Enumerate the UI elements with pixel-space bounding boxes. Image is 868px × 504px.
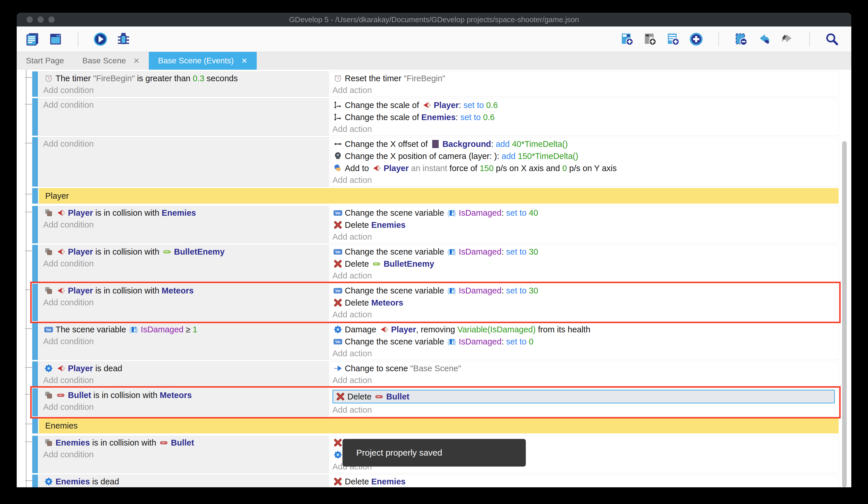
event-action[interactable]: Delete Meteors: [332, 296, 836, 309]
conditions-column[interactable]: Player is in collision with BulletEnemyA…: [39, 245, 329, 282]
event-action[interactable]: VarChange the scene variable {}IsDamaged…: [332, 335, 836, 347]
event-action[interactable]: Delete Enemies: [332, 219, 836, 231]
add-condition-button[interactable]: Add condition: [43, 374, 326, 386]
event-condition[interactable]: Player is in collision with Meteors: [43, 284, 326, 296]
add-condition-button[interactable]: Add condition: [43, 449, 326, 460]
add-condition-button[interactable]: Add condition: [43, 99, 326, 111]
conditions-column[interactable]: Add condition: [39, 137, 329, 187]
conditions-column[interactable]: Enemies is deadAdd condition: [39, 475, 329, 487]
conditions-column[interactable]: Player is in collision with MeteorsAdd c…: [39, 284, 329, 321]
add-subevent-icon[interactable]: [665, 31, 681, 47]
event-action[interactable]: Reset the timer "FireBegin": [332, 72, 836, 84]
add-action-button[interactable]: Add action: [332, 231, 836, 242]
tab-start-page[interactable]: Start Page: [17, 52, 73, 70]
event-condition[interactable]: Enemies is in collision with Bullet: [43, 437, 326, 449]
event-action[interactable]: Change the X offset of Background: add 4…: [332, 138, 836, 150]
add-action-button[interactable]: Add action: [332, 174, 836, 186]
actions-column[interactable]: VarChange the scene variable {}IsDamaged…: [330, 284, 839, 321]
conditions-column[interactable]: Player is deadAdd condition: [39, 361, 329, 387]
event-row[interactable]: The timer "FireBegin" is greater than 0.…: [32, 71, 839, 97]
add-action-button[interactable]: Add action: [332, 270, 836, 281]
event-action[interactable]: Delete Bullet: [332, 390, 835, 403]
conditions-column[interactable]: The timer "FireBegin" is greater than 0.…: [39, 71, 329, 97]
tab-close-icon[interactable]: ✕: [241, 57, 248, 65]
event-action[interactable]: Change the scale of Player: set to 0.6: [332, 99, 836, 111]
add-comment-icon[interactable]: [642, 31, 658, 47]
actions-column[interactable]: Change to scene "Base Scene"Add action: [330, 361, 839, 387]
event-action[interactable]: Delete BulletEnemy: [332, 258, 836, 270]
redo-icon[interactable]: [779, 31, 795, 47]
event-row[interactable]: Add conditionChange the X offset of Back…: [32, 137, 839, 187]
scene-editor-window-icon[interactable]: [48, 31, 63, 47]
conditions-column[interactable]: Add condition: [39, 98, 329, 135]
section-header-row[interactable]: Player: [32, 188, 839, 204]
search-icon[interactable]: [824, 31, 840, 47]
event-condition[interactable]: Player is in collision with BulletEnemy: [43, 246, 326, 258]
project-manager-icon[interactable]: [25, 31, 40, 47]
event-row[interactable]: Player is in collision with BulletEnemyA…: [32, 245, 839, 282]
event-condition[interactable]: The timer "FireBegin" is greater than 0.…: [43, 72, 326, 84]
actions-column[interactable]: VarChange the scene variable {}IsDamaged…: [330, 245, 839, 282]
event-row[interactable]: Bullet is in collision with MeteorsAdd c…: [32, 388, 839, 416]
remove-event-icon[interactable]: [733, 31, 749, 47]
actions-column[interactable]: Delete BulletAdd action: [330, 388, 839, 416]
event-action[interactable]: VarChange the scene variable {}IsDamaged…: [332, 207, 836, 219]
event-action[interactable]: Delete Enemies: [332, 475, 836, 487]
event-action[interactable]: VarChange the scene variable {}IsDamaged…: [332, 284, 836, 296]
window-zoom-button[interactable]: [48, 17, 55, 23]
actions-column[interactable]: VarChange the scene variable {}IsDamaged…: [330, 206, 839, 243]
tab-close-icon[interactable]: ✕: [133, 57, 140, 65]
section-header-label[interactable]: Enemies: [39, 418, 839, 433]
event-row[interactable]: VarThe scene variable {}IsDamaged ≥ 1Add…: [32, 323, 839, 360]
tab-base-scene-events[interactable]: Base Scene (Events) ✕: [149, 52, 257, 70]
add-action-button[interactable]: Add action: [332, 347, 836, 359]
event-row[interactable]: Player is in collision with MeteorsAdd c…: [32, 284, 839, 321]
actions-column[interactable]: Reset the timer "FireBegin"Add action: [330, 71, 839, 97]
conditions-column[interactable]: Bullet is in collision with MeteorsAdd c…: [39, 388, 329, 416]
tab-base-scene[interactable]: Base Scene ✕: [73, 52, 149, 70]
section-header-row[interactable]: Enemies: [32, 418, 839, 433]
event-row[interactable]: Add conditionChange the scale of Player:…: [32, 98, 839, 135]
event-action[interactable]: Add to Player an instant force of 150 p/…: [332, 162, 836, 174]
actions-column[interactable]: Change the scale of Player: set to 0.6Ch…: [330, 98, 839, 135]
event-action[interactable]: Change to scene "Base Scene": [332, 362, 836, 374]
add-condition-button[interactable]: Add condition: [43, 401, 326, 413]
actions-column[interactable]: Damage Player, removing Variable(IsDamag…: [330, 323, 839, 360]
add-action-button[interactable]: Add action: [332, 123, 836, 135]
add-condition-button[interactable]: Add condition: [43, 219, 326, 230]
event-row[interactable]: Enemies is deadAdd conditionDelete Enemi…: [32, 475, 839, 487]
event-action[interactable]: Change the X position of camera (layer: …: [332, 150, 836, 162]
event-row[interactable]: Player is in collision with EnemiesAdd c…: [32, 206, 839, 243]
section-header-label[interactable]: Player: [39, 188, 839, 204]
play-icon[interactable]: [93, 31, 108, 47]
add-condition-button[interactable]: Add condition: [43, 258, 326, 269]
add-event-icon[interactable]: [619, 31, 635, 47]
add-condition-button[interactable]: Add condition: [43, 335, 326, 347]
add-circle-icon[interactable]: [689, 31, 704, 47]
add-action-button[interactable]: Add action: [332, 84, 836, 96]
add-condition-button[interactable]: Add condition: [43, 84, 326, 96]
actions-column[interactable]: Delete EnemiesAdd action: [330, 475, 839, 487]
event-condition[interactable]: Player is dead: [43, 362, 326, 374]
event-action[interactable]: Change the scale of Enemies: set to 0.6: [332, 111, 836, 123]
event-condition[interactable]: VarThe scene variable {}IsDamaged ≥ 1: [43, 323, 326, 335]
event-condition[interactable]: Bullet is in collision with Meteors: [43, 389, 326, 401]
add-condition-button[interactable]: Add condition: [43, 296, 326, 308]
add-action-button[interactable]: Add action: [332, 309, 836, 320]
window-minimize-button[interactable]: [38, 17, 44, 23]
debug-icon[interactable]: [116, 31, 131, 47]
add-condition-button[interactable]: Add condition: [43, 138, 326, 150]
conditions-column[interactable]: VarThe scene variable {}IsDamaged ≥ 1Add…: [39, 323, 329, 360]
window-close-button[interactable]: [27, 17, 33, 23]
vertical-scrollbar[interactable]: [842, 141, 847, 487]
actions-column[interactable]: Change the X offset of Background: add 4…: [330, 137, 839, 187]
event-condition[interactable]: Enemies is dead: [43, 475, 326, 487]
event-action[interactable]: Damage Player, removing Variable(IsDamag…: [332, 323, 836, 335]
add-action-button[interactable]: Add action: [332, 404, 836, 416]
add-action-button[interactable]: Add action: [332, 374, 836, 386]
conditions-column[interactable]: Player is in collision with EnemiesAdd c…: [39, 206, 329, 243]
event-row[interactable]: Player is deadAdd conditionChange to sce…: [32, 361, 839, 387]
event-action[interactable]: VarChange the scene variable {}IsDamaged…: [332, 246, 836, 258]
conditions-column[interactable]: Enemies is in collision with BulletAdd c…: [39, 436, 329, 473]
undo-icon[interactable]: [756, 31, 772, 47]
